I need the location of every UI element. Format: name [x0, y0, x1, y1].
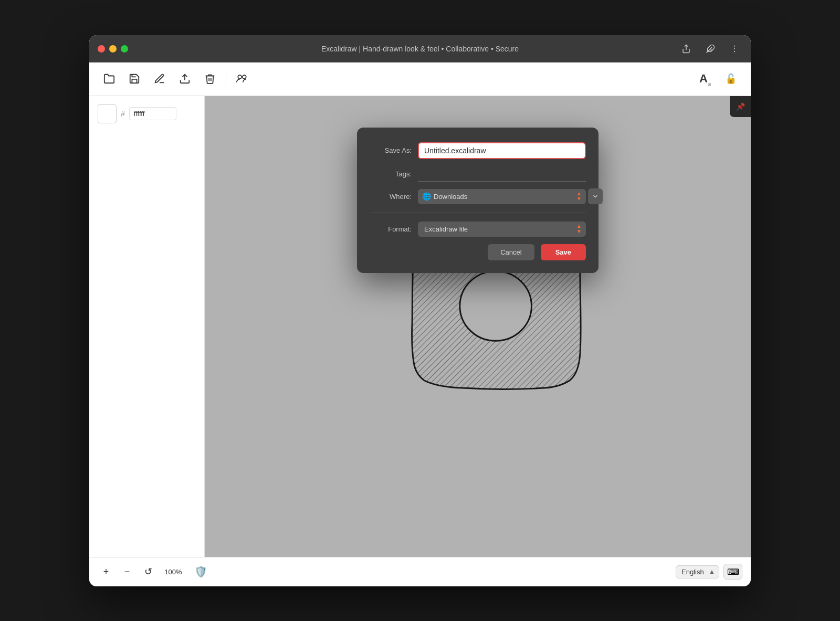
dialog-divider — [370, 213, 586, 213]
cancel-button[interactable]: Cancel — [488, 244, 534, 260]
bottom-right: English ▲ ⌨ — [676, 564, 742, 580]
share-icon[interactable] — [678, 41, 694, 57]
left-panel: # ffffff — [89, 96, 205, 557]
title-bar: Excalidraw | Hand-drawn look & feel • Co… — [89, 35, 751, 62]
puzzle-icon[interactable] — [702, 41, 718, 57]
canvas-area[interactable]: 📌 — [205, 96, 751, 557]
svg-point-5 — [734, 51, 735, 52]
dialog-buttons: Cancel Save — [370, 244, 586, 260]
edit-button[interactable] — [148, 67, 171, 90]
text-tool-button[interactable]: A 8 — [692, 67, 715, 90]
color-swatch[interactable] — [98, 104, 117, 123]
save-dialog: Save As: Tags: Where: 🌐 — [357, 128, 598, 273]
format-row: Format: Excalidraw file ▲ ▼ — [370, 222, 586, 237]
reset-zoom-button[interactable]: ↺ — [140, 563, 156, 580]
where-select[interactable]: Downloads — [418, 189, 586, 204]
zoom-level: 100% — [161, 568, 186, 576]
save-as-label: Save As: — [370, 146, 412, 154]
svg-point-3 — [734, 45, 735, 46]
delete-button[interactable] — [198, 67, 222, 90]
color-row: # ffffff — [98, 104, 196, 123]
export-button[interactable] — [173, 67, 196, 90]
save-dialog-button[interactable]: Save — [541, 244, 586, 260]
lock-button[interactable]: 🔓 — [719, 67, 742, 90]
save-button[interactable] — [123, 67, 146, 90]
app-content: A 8 🔓 # ffffff 📌 — [89, 62, 751, 586]
svg-point-8 — [243, 75, 246, 79]
save-as-input[interactable] — [418, 142, 586, 159]
svg-point-7 — [238, 75, 242, 79]
tags-input[interactable] — [418, 166, 586, 182]
hash-label: # — [121, 110, 125, 118]
open-folder-button[interactable] — [98, 67, 121, 90]
tags-row: Tags: — [370, 166, 586, 182]
maximize-button[interactable] — [121, 45, 128, 52]
expand-button[interactable] — [588, 188, 603, 204]
format-select[interactable]: Excalidraw file — [418, 222, 586, 237]
svg-point-4 — [734, 48, 735, 49]
where-label: Where: — [370, 193, 412, 201]
workspace: # ffffff 📌 — [89, 96, 751, 557]
app-window: Excalidraw | Hand-drawn look & feel • Co… — [89, 35, 751, 586]
tags-label: Tags: — [370, 170, 412, 178]
zoom-in-button[interactable]: + — [98, 563, 114, 580]
shield-icon: 🛡️ — [194, 565, 207, 578]
close-button[interactable] — [98, 45, 105, 52]
title-bar-actions — [678, 41, 742, 57]
format-label: Format: — [370, 225, 412, 233]
bottom-bar: + − ↺ 100% 🛡️ English ▲ ⌨ — [89, 557, 751, 586]
toolbar-separator — [226, 71, 226, 86]
keyboard-icon[interactable]: ⌨ — [723, 564, 742, 580]
language-wrapper: English ▲ — [676, 565, 719, 578]
toolbar-right: A 8 🔓 — [692, 67, 742, 90]
where-select-wrapper: 🌐 Downloads ▲ ▼ — [418, 189, 586, 204]
traffic-lights — [98, 45, 128, 52]
toolbar: A 8 🔓 — [89, 62, 751, 96]
format-select-wrapper: Excalidraw file ▲ ▼ — [418, 222, 586, 237]
window-title: Excalidraw | Hand-drawn look & feel • Co… — [321, 45, 519, 53]
zoom-out-button[interactable]: − — [119, 563, 135, 580]
where-row: Where: 🌐 Downloads ▲ ▼ — [370, 189, 586, 204]
language-select[interactable]: English — [676, 565, 719, 578]
minimize-button[interactable] — [109, 45, 117, 52]
color-input[interactable]: ffffff — [129, 107, 176, 120]
save-as-row: Save As: — [370, 142, 586, 159]
more-options-icon[interactable] — [727, 41, 742, 57]
save-dialog-overlay: Save As: Tags: Where: 🌐 — [205, 96, 751, 557]
collaborate-button[interactable] — [230, 67, 254, 90]
zoom-controls: + − ↺ 100% 🛡️ — [98, 563, 207, 580]
